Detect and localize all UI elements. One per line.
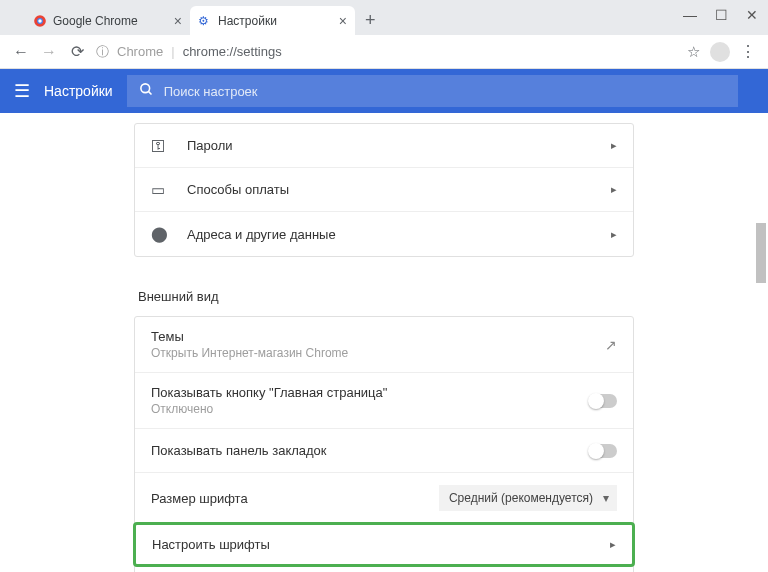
chevron-right-icon: ▸ bbox=[611, 228, 617, 241]
row-label: Способы оплаты bbox=[187, 182, 611, 197]
profile-avatar[interactable] bbox=[710, 42, 730, 62]
row-sublabel: Отключено bbox=[151, 402, 589, 416]
scrollbar[interactable] bbox=[754, 113, 768, 572]
window-controls: — ☐ ✕ bbox=[673, 0, 768, 30]
autofill-card: ⚿ Пароли ▸ ▭ Способы оплаты ▸ ⬤ Адреса и… bbox=[134, 123, 634, 257]
row-sublabel: Открыть Интернет-магазин Chrome bbox=[151, 346, 605, 360]
addresses-row[interactable]: ⬤ Адреса и другие данные ▸ bbox=[135, 212, 633, 256]
row-label: Пароли bbox=[187, 138, 611, 153]
tab-settings[interactable]: ⚙ Настройки × bbox=[190, 6, 355, 35]
location-icon: ⬤ bbox=[151, 225, 171, 243]
passwords-row[interactable]: ⚿ Пароли ▸ bbox=[135, 124, 633, 168]
toggle-off[interactable] bbox=[589, 444, 617, 458]
back-button[interactable]: ← bbox=[12, 43, 30, 61]
tab-label: Google Chrome bbox=[53, 14, 138, 28]
row-label: Темы bbox=[151, 329, 605, 344]
page-zoom-row[interactable]: Масштабирование страницы 100% bbox=[135, 565, 633, 572]
bookmark-icon[interactable]: ☆ bbox=[687, 43, 700, 61]
maximize-button[interactable]: ☐ bbox=[715, 7, 728, 23]
url-bar: ← → ⟳ ⓘ Chrome | chrome://settings ☆ ⋮ bbox=[0, 35, 768, 69]
customize-fonts-row[interactable]: Настроить шрифты ▸ bbox=[133, 522, 635, 567]
chevron-right-icon: ▸ bbox=[611, 183, 617, 196]
new-tab-button[interactable]: + bbox=[355, 10, 386, 31]
url-separator: | bbox=[171, 44, 174, 59]
chrome-favicon bbox=[33, 14, 47, 28]
card-icon: ▭ bbox=[151, 181, 171, 199]
minimize-button[interactable]: — bbox=[683, 7, 697, 23]
tab-google-chrome[interactable]: Google Chrome × bbox=[25, 6, 190, 35]
svg-point-2 bbox=[38, 19, 42, 23]
url-path: chrome://settings bbox=[183, 44, 282, 59]
scrollbar-thumb[interactable] bbox=[756, 223, 766, 283]
bookmarks-bar-row[interactable]: Показывать панель закладок bbox=[135, 429, 633, 473]
chevron-right-icon: ▸ bbox=[611, 139, 617, 152]
chevron-right-icon: ▸ bbox=[610, 538, 616, 551]
close-button[interactable]: ✕ bbox=[746, 7, 758, 23]
settings-content: ⚿ Пароли ▸ ▭ Способы оплаты ▸ ⬤ Адреса и… bbox=[0, 113, 768, 572]
forward-button[interactable]: → bbox=[40, 43, 58, 61]
themes-row[interactable]: Темы Открыть Интернет-магазин Chrome ↗ bbox=[135, 317, 633, 373]
row-label: Настроить шрифты bbox=[152, 537, 610, 552]
settings-favicon: ⚙ bbox=[198, 14, 212, 28]
row-label: Адреса и другие данные bbox=[187, 227, 611, 242]
hamburger-icon[interactable]: ☰ bbox=[14, 80, 30, 102]
url-field[interactable]: ⓘ Chrome | chrome://settings bbox=[96, 43, 677, 61]
settings-header: ☰ Настройки bbox=[0, 69, 768, 113]
close-tab-icon[interactable]: × bbox=[174, 13, 182, 29]
close-tab-icon[interactable]: × bbox=[339, 13, 347, 29]
font-size-row[interactable]: Размер шрифта Средний (рекомендуется) bbox=[135, 473, 633, 524]
url-proto: Chrome bbox=[117, 44, 163, 59]
tab-label: Настройки bbox=[218, 14, 277, 28]
home-button-row[interactable]: Показывать кнопку "Главная страница" Отк… bbox=[135, 373, 633, 429]
key-icon: ⚿ bbox=[151, 137, 171, 154]
section-appearance: Внешний вид bbox=[134, 277, 634, 316]
external-link-icon: ↗ bbox=[605, 337, 617, 353]
site-info-icon[interactable]: ⓘ bbox=[96, 43, 109, 61]
row-label: Размер шрифта bbox=[151, 491, 439, 506]
font-size-select[interactable]: Средний (рекомендуется) bbox=[439, 485, 617, 511]
search-icon bbox=[139, 82, 154, 100]
settings-search[interactable] bbox=[127, 75, 738, 107]
payments-row[interactable]: ▭ Способы оплаты ▸ bbox=[135, 168, 633, 212]
search-input[interactable] bbox=[164, 84, 726, 99]
svg-point-3 bbox=[141, 84, 150, 93]
page-title: Настройки bbox=[44, 83, 113, 99]
toggle-off[interactable] bbox=[589, 394, 617, 408]
appearance-card: Темы Открыть Интернет-магазин Chrome ↗ П… bbox=[134, 316, 634, 572]
row-label: Показывать панель закладок bbox=[151, 443, 589, 458]
menu-icon[interactable]: ⋮ bbox=[740, 42, 756, 61]
reload-button[interactable]: ⟳ bbox=[68, 42, 86, 61]
tab-bar: Google Chrome × ⚙ Настройки × + bbox=[0, 0, 768, 35]
svg-line-4 bbox=[148, 91, 151, 94]
row-label: Показывать кнопку "Главная страница" bbox=[151, 385, 589, 400]
